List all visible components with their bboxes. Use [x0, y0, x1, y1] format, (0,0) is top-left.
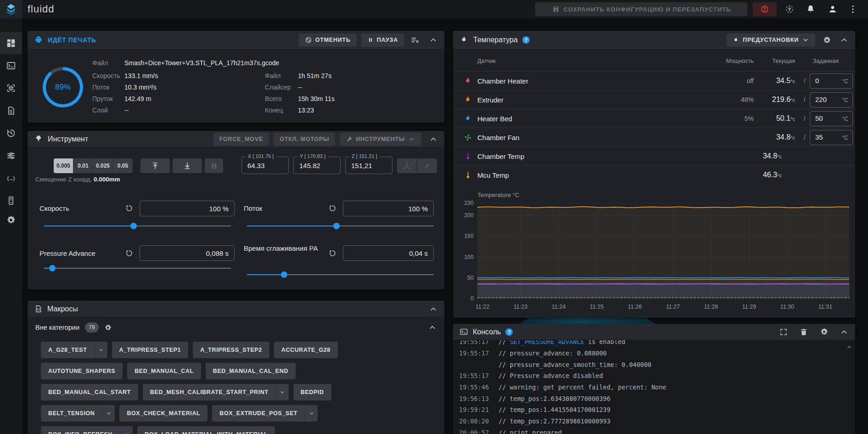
sidebar-item-files[interactable] [0, 100, 22, 122]
macro-settings-gear-icon[interactable] [104, 324, 112, 332]
chevron-up-icon[interactable] [429, 35, 438, 45]
sidebar-item-tune[interactable] [0, 145, 22, 167]
sensor-row-chamber-heater[interactable]: Chamber Heateroff34.5°c/0°C [453, 71, 855, 90]
chevron-down-icon[interactable] [120, 426, 133, 434]
speed-slider[interactable] [44, 225, 231, 226]
z-offset-save-button[interactable] [205, 158, 223, 173]
update-button[interactable] [784, 4, 795, 15]
flow-reset-icon[interactable] [328, 204, 337, 213]
notifications-button[interactable] [805, 4, 816, 15]
sidebar-item-preview[interactable] [0, 77, 22, 99]
fluidd-logo[interactable] [0, 0, 22, 18]
z-step-0.005[interactable]: 0.005 [54, 158, 73, 173]
pressure-advance-input[interactable]: 0,088 s [140, 245, 235, 261]
chevron-down-icon[interactable] [102, 405, 115, 422]
sensor-target-input[interactable]: 0°C [810, 73, 853, 89]
macro-button-belt_tension[interactable]: BELT_TENSION [41, 405, 115, 422]
z-step-0.025[interactable]: 0.025 [93, 158, 113, 173]
smooth-time-reset-icon[interactable] [328, 249, 337, 258]
home-axes-button[interactable] [397, 158, 417, 173]
macro-button-a_tripress_step2[interactable]: A_TRIPRESS_STEP2 [193, 342, 269, 358]
sensor-row-chamber-fan[interactable]: Chamber Fan34.8°c/35°C [453, 128, 855, 147]
macro-button-box_extrude_pos_set[interactable]: BOX_EXTRUDE_POS_SET [212, 405, 318, 422]
z-step-0.05[interactable]: 0.05 [113, 158, 133, 173]
sidebar-item-dashboard[interactable] [0, 32, 22, 54]
sensor-target-input[interactable]: 220°C [810, 92, 853, 107]
pause-print-button[interactable]: ПАУЗА [361, 34, 404, 47]
presets-button[interactable]: ПРЕДУСТАНОВКИ [727, 34, 815, 47]
pressure-advance-reset-icon[interactable] [125, 249, 134, 258]
macro-button-bed_manual_cal_start[interactable]: BED_MANUAL_CAL_START [41, 384, 138, 400]
cancel-print-button[interactable]: ОТМЕНИТЬ [299, 34, 357, 47]
sidebar-item-configure[interactable]: {…} [0, 167, 22, 189]
help-icon[interactable]: ? [522, 36, 530, 44]
sidebar-item-settings[interactable] [0, 209, 22, 231]
macro-button-accurate_g28[interactable]: ACCURATE_G28 [274, 342, 338, 358]
motors-off-button[interactable]: ОТКЛ. МОТОРЫ [274, 133, 335, 146]
macro-label: BELT_TENSION [41, 410, 102, 417]
scroll-up-icon[interactable] [846, 344, 852, 350]
macro-button-box_check_material[interactable]: BOX_CHECK_MATERIAL [119, 405, 207, 422]
console-command-link[interactable]: SET_PRESSURE_ADVANCE [510, 340, 584, 345]
user-button[interactable] [827, 4, 838, 15]
flow-slider-thumb[interactable] [333, 223, 340, 229]
chevron-up-icon[interactable] [840, 35, 849, 45]
smooth-time-slider-thumb[interactable] [281, 271, 287, 278]
speed-slider-thumb[interactable] [130, 223, 137, 229]
chevron-down-icon[interactable] [276, 384, 289, 400]
chevron-up-icon[interactable] [428, 323, 437, 332]
y-position-field[interactable]: Y [ 170.83 ] 145.82 [293, 157, 341, 174]
macro-button-box_load_material_with_material[interactable]: BOX_LOAD_MATERIAL_WITH_MATERIAL [137, 426, 275, 434]
macro-button-a_tripress_step1[interactable]: A_TRIPRESS_STEP1 [112, 342, 189, 358]
sensor-row-heater-bed[interactable]: Heater Bed5%50.1°c/50°C [453, 109, 855, 128]
macro-button-autotune_shapers[interactable]: AUTOTUNE_SHAPERS [41, 363, 123, 379]
z-position-field[interactable]: Z [ 151.21 ] 151,21 [345, 157, 392, 174]
overflow-menu-button[interactable] [847, 4, 858, 15]
macro-button-bed_manual_cal[interactable]: BED_MANUAL_CAL [127, 363, 201, 379]
z-offset-down-button[interactable] [173, 158, 202, 173]
z-step-0.01[interactable]: 0.01 [73, 158, 93, 173]
console-log[interactable]: 19:55:17// SET_PRESSURE_ADVANCE is enabl… [453, 340, 855, 434]
flow-input[interactable]: 100 % [343, 201, 434, 216]
speed-input[interactable]: 100 % [140, 201, 235, 216]
z-offset-up-button[interactable] [140, 158, 170, 173]
emergency-stop-button[interactable] [753, 2, 777, 16]
smooth-time-input[interactable]: 0,04 s [343, 245, 434, 261]
separator: / [804, 96, 806, 103]
sidebar-item-system[interactable] [0, 190, 22, 212]
macro-button-a_g28_test[interactable]: A_G28_TEST [41, 342, 107, 358]
collapse-list-icon[interactable] [410, 35, 420, 45]
move-diagonal-button[interactable] [417, 158, 437, 173]
smooth-time-slider[interactable] [247, 274, 434, 275]
save-config-restart-button[interactable]: СОХРАНИТЬ КОНФИГУРАЦИЮ И ПЕРЕЗАПУСТИТЬ [535, 2, 747, 16]
settings-gear-icon[interactable] [823, 36, 831, 45]
macro-button-box_info_refresh[interactable]: BOX_INFO_REFRESH [41, 426, 133, 434]
sensor-row-mcu-temp[interactable]: Mcu Temp46.3°c [453, 165, 855, 184]
macro-button-bed_manual_cal_end[interactable]: BED_MANUAL_CAL_END [206, 363, 296, 379]
pressure-advance-slider[interactable] [44, 268, 231, 269]
sensor-row-chamber-temp[interactable]: Chamber Temp34.8°c [453, 147, 855, 165]
flow-slider[interactable] [247, 225, 434, 226]
chevron-up-icon[interactable] [429, 135, 438, 144]
temperature-chart[interactable]: Temperature °C05010015020023011:2211:231… [453, 192, 855, 318]
speed-reset-icon[interactable] [125, 204, 134, 213]
chevron-up-icon[interactable] [429, 304, 438, 314]
macro-button-bed_mesh_calibrate_start_print[interactable]: BED_MESH_CALIBRATE_START_PRINT [143, 384, 289, 400]
chevron-down-icon[interactable] [305, 405, 318, 422]
fullscreen-icon[interactable] [779, 328, 788, 336]
tools-menu-button[interactable]: ИНСТРУМЕНТЫ [340, 133, 421, 146]
macro-button-bedpid[interactable]: BEDPID [293, 384, 331, 400]
force-move-button[interactable]: FORCE_MOVE [213, 133, 269, 146]
pressure-advance-slider-thumb[interactable] [49, 265, 56, 271]
chevron-up-icon[interactable] [840, 327, 849, 337]
settings-gear-icon[interactable] [820, 327, 829, 336]
sensor-target-input[interactable]: 35°C [810, 130, 853, 145]
x-position-field[interactable]: X [ 101.75 ] 64.33 [241, 157, 289, 174]
chevron-down-icon[interactable] [95, 342, 107, 358]
trash-icon[interactable] [800, 328, 808, 336]
sensor-row-extruder[interactable]: Extruder48%219.6°c/220°C [453, 90, 855, 109]
sidebar-item-history[interactable] [0, 122, 22, 144]
help-icon[interactable]: ? [505, 328, 513, 336]
sensor-target-input[interactable]: 50°C [810, 111, 853, 126]
sidebar-item-console[interactable] [0, 55, 22, 77]
